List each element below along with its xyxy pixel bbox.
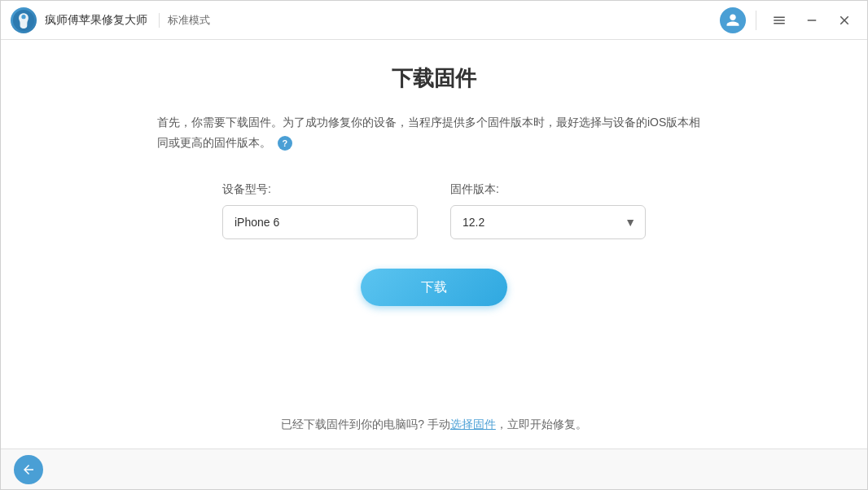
close-button[interactable]: [831, 7, 857, 33]
app-logo: [11, 7, 37, 33]
firmware-form-group: 固件版本: 12.2 12.1 12.0 11.4 ▼: [450, 182, 646, 239]
title-bar-right: [720, 7, 857, 33]
menu-button[interactable]: [766, 7, 792, 33]
divider: [756, 11, 756, 30]
form-row: 设备型号: 固件版本: 12.2 12.1 12.0 11.4 ▼: [222, 182, 646, 239]
download-button[interactable]: 下载: [361, 269, 507, 306]
footer-static-text-after: ，立即开始修复。: [496, 418, 587, 431]
title-bar: 疯师傅苹果修复大师 标准模式: [1, 1, 867, 40]
firmware-select-wrapper: 12.2 12.1 12.0 11.4 ▼: [450, 205, 646, 239]
help-icon[interactable]: ?: [278, 136, 292, 151]
device-label: 设备型号:: [222, 182, 418, 197]
footer-text: 已经下载固件到你的电脑吗? 手动选择固件，立即开始修复。: [281, 418, 587, 432]
device-input[interactable]: [222, 205, 418, 239]
description-text: 首先，你需要下载固件。为了成功修复你的设备，当程序提供多个固件版本时，最好选择与…: [157, 112, 711, 153]
device-form-group: 设备型号:: [222, 182, 418, 239]
footer-static-text: 已经下载固件到你的电脑吗? 手动: [281, 418, 450, 431]
description-content: 首先，你需要下载固件。为了成功修复你的设备，当程序提供多个固件版本时，最好选择与…: [157, 116, 700, 149]
app-title: 疯师傅苹果修复大师: [45, 13, 147, 28]
select-firmware-link[interactable]: 选择固件: [450, 418, 496, 431]
svg-point-1: [21, 15, 25, 19]
main-window: 疯师傅苹果修复大师 标准模式: [0, 0, 868, 490]
firmware-label: 固件版本:: [450, 182, 646, 197]
firmware-select[interactable]: 12.2 12.1 12.0 11.4: [450, 205, 646, 239]
main-content: 下载固件 首先，你需要下载固件。为了成功修复你的设备，当程序提供多个固件版本时，…: [1, 40, 867, 448]
page-title: 下载固件: [392, 64, 476, 93]
mode-label: 标准模式: [159, 13, 210, 28]
back-button[interactable]: [14, 455, 43, 484]
user-icon-button[interactable]: [720, 7, 746, 33]
minimize-button[interactable]: [799, 7, 825, 33]
title-bar-left: 疯师傅苹果修复大师 标准模式: [11, 7, 720, 33]
bottom-bar: [1, 448, 867, 489]
